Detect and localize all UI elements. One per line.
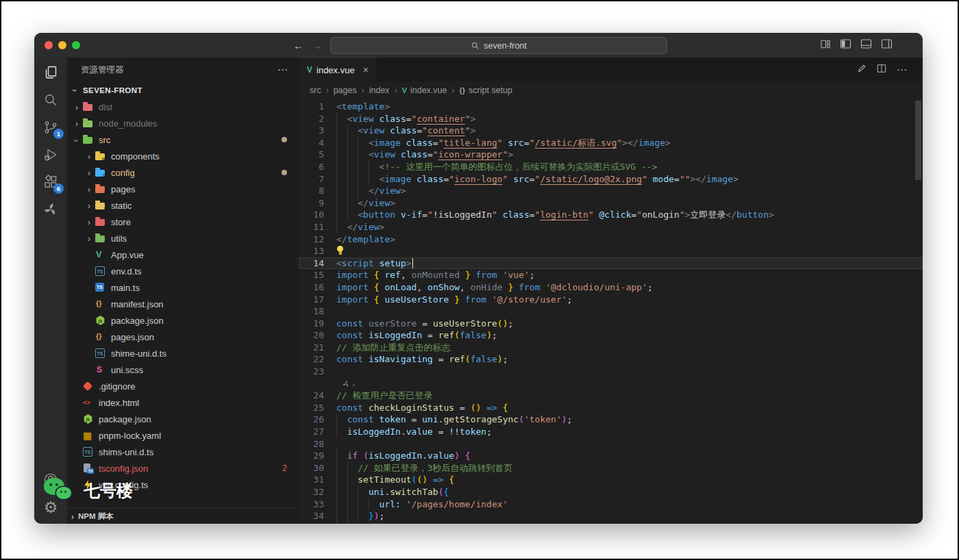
explorer-item-config[interactable]: ›⚙config [67, 164, 298, 181]
explorer-item-pages.json[interactable]: ›pages.json [67, 329, 298, 345]
code-line-27[interactable]: 27isLoggedIn.value = !!token; [299, 426, 923, 438]
code-line-5[interactable]: 5<view class="icon-wrapper"> [299, 149, 923, 161]
code-line-29[interactable]: 29if (isLoggedIn.value) { [299, 450, 923, 462]
code-line-28[interactable]: 28 [299, 438, 923, 450]
toggle-panel-icon[interactable] [860, 38, 872, 52]
explorer-item-shims-uni.d.ts[interactable]: ›shims-uni.d.ts [67, 444, 298, 460]
explorer-item-uni.scss[interactable]: ›uni.scss [67, 361, 298, 378]
code-line-22[interactable]: 22const isNavigating = ref(false); [299, 353, 923, 366]
back-arrow-icon[interactable]: ← [293, 40, 303, 51]
explorer-item-node_modules[interactable]: ›node_modules [67, 115, 298, 131]
customize-layout-icon[interactable] [820, 39, 831, 52]
close-window-button[interactable] [45, 41, 53, 49]
explorer-item-manifest.json[interactable]: ›manifest.json [67, 296, 298, 312]
chevron-right-icon[interactable]: › [71, 102, 82, 112]
command-center-search[interactable]: seven-front [330, 37, 667, 54]
toggle-secondary-sidebar-icon[interactable] [881, 38, 893, 52]
code-line-15[interactable]: 15import { ref, onMounted } from 'vue'; [299, 269, 923, 281]
code-line-34[interactable]: 34}); [299, 510, 923, 522]
explorer-item-dist[interactable]: ›dist [67, 99, 298, 115]
explorer-item-tsconfig.json[interactable]: ›tsconfig.json2 [67, 460, 298, 476]
code-line-3[interactable]: 3<view class="content"> [299, 125, 923, 137]
explorer-item-App.vue[interactable]: ›App.vue [67, 246, 298, 263]
activity-search-icon[interactable] [34, 86, 67, 114]
code-line-10[interactable]: 10<button v-if="!isLoggedIn" class="logi… [299, 209, 923, 221]
explorer-item-utils[interactable]: ›+utils [67, 230, 298, 246]
code-line-35[interactable]: 35}, 3000); [299, 522, 923, 524]
code-line-8[interactable]: 8</view> [299, 185, 923, 197]
code-line-33[interactable]: 33url: '/pages/home/index' [299, 498, 923, 511]
lightbulb-icon[interactable] [336, 246, 345, 255]
code-line-32[interactable]: 32uni.switchTab({ [299, 486, 923, 498]
code-line-17[interactable]: 17import { useUserStore } from '@/store/… [299, 294, 923, 306]
explorer-item-store[interactable]: ›▪store [67, 214, 298, 230]
tab-index-vue[interactable]: V index.vue × [299, 58, 377, 81]
more-actions-icon[interactable]: ⋯ [897, 64, 908, 76]
explorer-item-package.json[interactable]: ›package.json [67, 312, 298, 329]
breadcrumb-index.vue[interactable]: Vindex.vue [402, 86, 447, 95]
code-line-20[interactable]: 20const isLoggedIn = ref(false); [299, 329, 923, 342]
close-tab-icon[interactable]: × [363, 64, 369, 75]
code-area[interactable]: 1<template>2<view class="container">3<vi… [299, 99, 923, 524]
code-line-25[interactable]: 25const checkLoginStatus = () => { [299, 402, 923, 414]
chevron-down-icon[interactable]: › [71, 135, 82, 146]
chevron-right-icon[interactable]: › [71, 118, 82, 129]
chevron-right-icon[interactable]: › [84, 184, 95, 194]
activity-extensions-icon[interactable]: 6 [34, 168, 67, 196]
code-line-21[interactable]: 21// 添加防止重复点击的标志 [299, 342, 923, 354]
code-line-14[interactable]: 14<script setup> [299, 257, 923, 270]
code-line-23[interactable]: 23 [299, 366, 923, 378]
code-line-30[interactable]: 30// 如果已登录，3秒后自动跳转到首页 [299, 462, 923, 474]
chevron-right-icon[interactable]: › [84, 151, 95, 162]
edit-pencil-icon[interactable] [857, 64, 867, 76]
code-line-24[interactable]: 24// 检查用户是否已登录 [299, 390, 923, 402]
code-line-13[interactable]: 13 [299, 245, 923, 257]
breadcrumb-script-setup[interactable]: {}script setup [459, 86, 512, 95]
breadcrumb-src[interactable]: src [310, 86, 321, 95]
explorer-item-shime-uni.d.ts[interactable]: ›shime-uni.d.ts [67, 345, 298, 361]
chevron-right-icon[interactable]: › [84, 233, 95, 244]
toggle-primary-sidebar-icon[interactable] [840, 38, 851, 52]
breadcrumb-pages[interactable]: pages [334, 86, 357, 95]
activity-run-debug-icon[interactable] [34, 141, 67, 168]
inline-suggestion-widget[interactable]: ⌄ [342, 378, 356, 390]
minimize-window-button[interactable] [58, 41, 66, 49]
activity-pinwheel-tool-icon[interactable] [34, 196, 67, 223]
wechat-icon[interactable] [42, 476, 75, 505]
explorer-item-index.html[interactable]: ›index.html [67, 394, 298, 411]
explorer-root-row[interactable]: › SEVEN-FRONT [67, 82, 298, 98]
activity-files-icon[interactable] [34, 59, 67, 86]
code-line-9[interactable]: 9</view> [299, 197, 923, 209]
explorer-item-src[interactable]: ›‹›src [67, 131, 298, 148]
breadcrumb-index[interactable]: index [369, 86, 390, 95]
zoom-window-button[interactable] [72, 41, 80, 49]
code-line-19[interactable]: 19const userStore = useUserStore(); [299, 318, 923, 330]
activity-source-control-icon[interactable]: 1 [34, 114, 67, 141]
chevron-right-icon[interactable]: › [84, 201, 95, 211]
code-line-6[interactable]: 6<!-- 这里用一个简单的图标占位，后续可替换为实际图片或SVG --> [299, 161, 923, 173]
explorer-item-.gitignore[interactable]: ›.gitignore [67, 378, 298, 394]
code-line-1[interactable]: 1<template> [299, 101, 923, 113]
explorer-item-package.json[interactable]: ›package.json [67, 411, 298, 427]
code-line-31[interactable]: 31setTimeout(() => { [299, 474, 923, 486]
code-line-2[interactable]: 2<view class="container"> [299, 113, 923, 125]
code-line-16[interactable]: 16import { onLoad, onShow, onHide } from… [299, 281, 923, 294]
split-editor-icon[interactable] [877, 64, 886, 76]
explorer-item-pages[interactable]: ›≡pages [67, 181, 298, 197]
explorer-item-main.ts[interactable]: ›main.ts [67, 279, 298, 296]
chevron-right-icon[interactable]: › [84, 217, 95, 227]
code-line-12[interactable]: 12</template> [299, 233, 923, 246]
npm-scripts-section[interactable]: › NPM 脚本 [67, 508, 298, 524]
inline-widget-row[interactable]: ⌄ [299, 378, 923, 390]
forward-arrow-icon[interactable]: → [312, 40, 323, 51]
explorer-item-pnpm-lock.yaml[interactable]: ›pnpm-lock.yaml [67, 427, 298, 444]
code-line-4[interactable]: 4<image class="title-lang" src="/static/… [299, 137, 923, 149]
code-line-18[interactable]: 18 [299, 305, 923, 318]
scrollbar-thumb[interactable] [915, 101, 921, 180]
code-line-11[interactable]: 11</view> [299, 221, 923, 233]
code-line-7[interactable]: 7<image class="icon-logo" src="/static/l… [299, 173, 923, 186]
more-actions-icon[interactable]: ⋯ [277, 64, 288, 76]
explorer-item-env.d.ts[interactable]: ›env.d.ts [67, 263, 298, 279]
explorer-item-static[interactable]: ›≡static [67, 197, 298, 214]
chevron-right-icon[interactable]: › [84, 168, 95, 178]
